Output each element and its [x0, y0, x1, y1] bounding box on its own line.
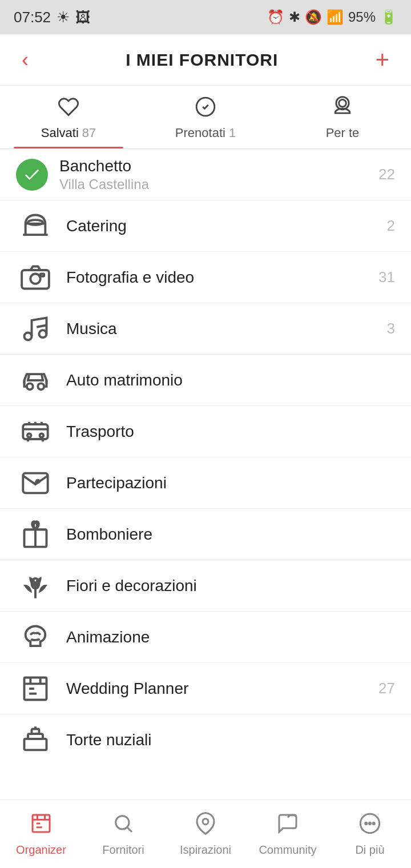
status-battery: 95% — [348, 9, 376, 25]
status-weather-icon: ☀ — [57, 9, 70, 26]
svg-point-24 — [203, 818, 208, 824]
fotografia-icon — [16, 263, 55, 292]
back-button[interactable]: ‹ — [16, 42, 34, 78]
list-item-wedding-planner[interactable]: Wedding Planner 27 — [0, 663, 411, 714]
list-item-banchetto[interactable]: Banchetto Villa Castellina 22 — [0, 149, 411, 200]
svg-point-22 — [116, 815, 129, 829]
banchetto-sub: Villa Castellina — [59, 176, 373, 192]
list-item-trasporto[interactable]: Trasporto — [0, 406, 411, 457]
fiori-name: Fiori e decorazioni — [66, 577, 389, 595]
catering-count: 2 — [387, 217, 395, 235]
svg-point-8 — [39, 330, 47, 337]
fornitori-icon — [112, 812, 135, 840]
add-button[interactable]: + — [369, 42, 395, 78]
svg-point-13 — [40, 433, 44, 437]
nav-organizer-label: Organizer — [16, 843, 66, 857]
svg-point-12 — [27, 433, 31, 437]
svg-point-26 — [365, 822, 367, 824]
list-item-partecipazioni[interactable]: Partecipazioni — [0, 457, 411, 509]
list-item-bomboniere[interactable]: Bomboniere — [0, 509, 411, 560]
fotografia-count: 31 — [378, 268, 395, 286]
bomboniere-name: Bomboniere — [66, 525, 389, 544]
list-item-fiori[interactable]: Fiori e decorazioni — [0, 560, 411, 612]
wedding-planner-name: Wedding Planner — [66, 680, 373, 698]
wedding-planner-count: 27 — [378, 680, 395, 697]
catering-name: Catering — [66, 217, 381, 235]
svg-line-23 — [128, 827, 132, 831]
nav-ispirazioni[interactable]: Ispirazioni — [164, 800, 247, 868]
svg-rect-6 — [41, 274, 45, 276]
catering-icon — [16, 211, 55, 241]
bomboniere-content: Bomboniere — [66, 525, 389, 544]
svg-rect-21 — [33, 815, 50, 832]
catering-content: Catering — [66, 217, 381, 235]
tab-perte[interactable]: Per te — [274, 86, 411, 148]
tab-prenotati-label: Prenotati 1 — [175, 126, 236, 140]
list-item-fotografia[interactable]: Fotografia e video 31 — [0, 252, 411, 303]
nav-community[interactable]: Community — [247, 800, 329, 868]
status-alarm-icon: ⏰ — [267, 9, 284, 25]
tab-perte-label: Per te — [326, 126, 360, 140]
banchetto-content: Banchetto Villa Castellina — [59, 157, 373, 192]
status-time: 07:52 — [14, 9, 51, 26]
fotografia-content: Fotografia e video — [66, 268, 373, 287]
organizer-icon — [30, 812, 53, 840]
partecipazioni-content: Partecipazioni — [66, 474, 389, 492]
list-item-torte[interactable]: Torte nuziali — [0, 714, 411, 766]
tab-prenotati[interactable]: Prenotati 1 — [137, 86, 274, 148]
nav-organizer[interactable]: Organizer — [0, 800, 82, 868]
torte-icon — [16, 725, 55, 755]
svg-rect-18 — [25, 739, 47, 750]
fotografia-name: Fotografia e video — [66, 268, 373, 287]
page-title: I MIEI FORNITORI — [126, 50, 278, 70]
animazione-content: Animazione — [66, 628, 389, 646]
svg-point-7 — [25, 332, 32, 340]
list-item-animazione[interactable]: Animazione — [0, 612, 411, 663]
tab-salvati-label: Salvati 87 — [41, 126, 96, 140]
auto-content: Auto matrimonio — [66, 371, 389, 389]
list-item-catering[interactable]: Catering 2 — [0, 200, 411, 252]
svg-point-10 — [38, 383, 44, 389]
musica-count: 3 — [387, 320, 395, 337]
person-pin-icon — [332, 96, 353, 122]
status-bar: 07:52 ☀ 🖼 ⏰ ✱ 🔕 📶 95% 🔋 — [0, 0, 411, 34]
status-bar-left: 07:52 ☀ 🖼 — [14, 9, 90, 26]
banchetto-name: Banchetto — [59, 157, 373, 175]
banchetto-count: 22 — [378, 166, 395, 183]
svg-point-5 — [30, 274, 40, 283]
heart-icon — [58, 96, 79, 122]
dipiu-icon — [358, 812, 381, 840]
svg-point-27 — [369, 822, 370, 824]
status-image-icon: 🖼 — [75, 9, 90, 26]
status-bar-right: ⏰ ✱ 🔕 📶 95% 🔋 — [267, 9, 397, 25]
tabs-bar: Salvati 87 Prenotati 1 Per te — [0, 86, 411, 149]
category-list: Banchetto Villa Castellina 22 Catering 2 — [0, 149, 411, 766]
nav-ispirazioni-label: Ispirazioni — [180, 843, 231, 857]
status-battery-icon: 🔋 — [380, 9, 397, 25]
trasporto-content: Trasporto — [66, 423, 389, 441]
list-item-auto[interactable]: Auto matrimonio — [0, 355, 411, 406]
animazione-icon — [16, 622, 55, 652]
nav-dipiu-label: Di più — [355, 843, 384, 857]
nav-dipiu[interactable]: Di più — [329, 800, 411, 868]
list-item-musica[interactable]: Musica 3 — [0, 303, 411, 355]
animazione-name: Animazione — [66, 628, 389, 646]
trasporto-name: Trasporto — [66, 423, 389, 441]
torte-name: Torte nuziali — [66, 731, 389, 749]
tab-salvati[interactable]: Salvati 87 — [0, 86, 137, 148]
nav-fornitori[interactable]: Fornitori — [82, 800, 164, 868]
svg-point-1 — [339, 99, 346, 107]
status-wifi-icon: 📶 — [327, 9, 344, 25]
torte-content: Torte nuziali — [66, 731, 389, 749]
status-mute-icon: 🔕 — [305, 9, 322, 25]
fiori-content: Fiori e decorazioni — [66, 577, 389, 595]
musica-name: Musica — [66, 320, 381, 338]
svg-point-3 — [28, 220, 43, 225]
ispirazioni-icon — [194, 812, 217, 840]
auto-name: Auto matrimonio — [66, 371, 389, 389]
status-bluetooth-icon: ✱ — [289, 9, 300, 25]
svg-rect-17 — [25, 677, 47, 700]
bomboniere-icon — [16, 520, 55, 549]
musica-icon — [16, 314, 55, 344]
svg-rect-20 — [32, 729, 39, 734]
